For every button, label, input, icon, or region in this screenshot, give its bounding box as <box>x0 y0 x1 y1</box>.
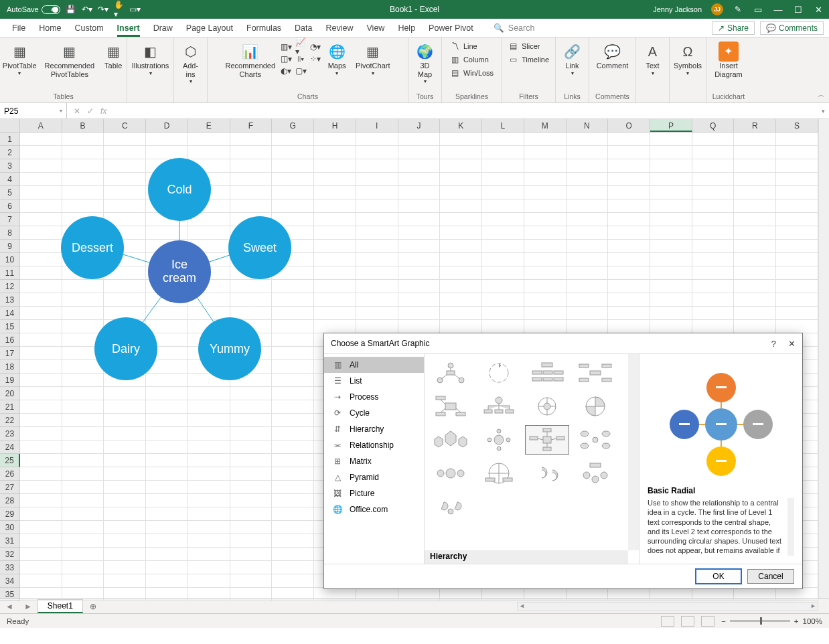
row-header[interactable]: 27 <box>0 481 20 494</box>
cell[interactable] <box>776 213 818 226</box>
row-header[interactable]: 2 <box>0 146 20 159</box>
row-header[interactable]: 25 <box>0 454 20 467</box>
cell[interactable] <box>734 240 776 253</box>
close-icon[interactable]: ✕ <box>813 5 824 15</box>
cell[interactable] <box>188 400 230 414</box>
cell[interactable] <box>104 494 146 507</box>
cell[interactable] <box>62 414 104 427</box>
cell[interactable] <box>650 240 692 253</box>
cell[interactable] <box>776 146 818 159</box>
cell[interactable] <box>356 253 398 266</box>
cell[interactable] <box>188 146 230 159</box>
cell[interactable] <box>734 186 776 199</box>
cell[interactable] <box>272 400 314 414</box>
cell[interactable] <box>356 280 398 293</box>
cell[interactable] <box>104 561 146 574</box>
tab-custom[interactable]: Custom <box>68 19 110 37</box>
cell[interactable] <box>524 280 567 293</box>
add-sheet-icon[interactable]: ⊕ <box>83 602 103 611</box>
cell[interactable] <box>314 266 356 280</box>
cell[interactable] <box>398 199 441 213</box>
row-header[interactable]: 28 <box>0 494 20 507</box>
cell[interactable] <box>146 467 188 481</box>
cell[interactable] <box>104 574 146 588</box>
cell[interactable] <box>272 521 314 534</box>
smartart-thumb[interactable] <box>573 459 617 488</box>
cell[interactable] <box>272 481 314 494</box>
category-pyramid[interactable]: △Pyramid <box>324 469 424 485</box>
cell[interactable] <box>314 280 356 293</box>
cell[interactable] <box>146 133 188 146</box>
cell[interactable] <box>608 159 650 173</box>
cell[interactable] <box>608 226 650 240</box>
cell[interactable] <box>188 588 230 601</box>
cell[interactable] <box>20 548 62 561</box>
help-icon[interactable]: ? <box>771 339 776 349</box>
cell[interactable] <box>314 293 356 307</box>
combo-chart-icon[interactable]: ◐▾ <box>281 66 291 76</box>
cell[interactable] <box>608 186 650 199</box>
ribbon-display-icon[interactable]: ▭ <box>753 5 763 15</box>
cell[interactable] <box>314 253 356 266</box>
cell[interactable] <box>567 280 609 293</box>
cell[interactable] <box>188 454 230 467</box>
cell[interactable] <box>608 199 650 213</box>
cell[interactable] <box>272 548 314 561</box>
cell[interactable] <box>734 253 776 266</box>
category-process[interactable]: ⇢Process <box>324 389 424 405</box>
cell[interactable] <box>482 280 524 293</box>
cell[interactable] <box>272 507 314 521</box>
cell[interactable] <box>104 133 146 146</box>
3dmap-button[interactable]: 🌍3D Map▾ <box>412 40 439 86</box>
ok-button[interactable]: OK <box>695 568 742 584</box>
cell[interactable] <box>482 133 524 146</box>
radial-node[interactable]: Dessert <box>61 216 124 279</box>
cell[interactable] <box>272 561 314 574</box>
cell[interactable] <box>314 307 356 320</box>
cell[interactable] <box>20 440 62 454</box>
cell[interactable] <box>650 146 692 159</box>
cell[interactable] <box>104 481 146 494</box>
category-all[interactable]: ▥All <box>324 357 424 373</box>
cell[interactable] <box>188 521 230 534</box>
cell[interactable] <box>272 534 314 548</box>
expand-formula-bar-icon[interactable]: ▾ <box>818 108 829 114</box>
cell[interactable] <box>356 199 398 213</box>
cell[interactable] <box>482 320 524 333</box>
page-break-view-icon[interactable] <box>701 616 714 627</box>
redo-icon[interactable]: ↷▾ <box>98 4 108 15</box>
cell[interactable] <box>356 588 398 601</box>
cell[interactable] <box>440 146 482 159</box>
cell[interactable] <box>398 159 441 173</box>
cell[interactable] <box>567 199 609 213</box>
cell[interactable] <box>188 414 230 427</box>
cell[interactable] <box>692 280 735 293</box>
radial-center[interactable]: Ice cream <box>148 240 211 303</box>
zoom-level[interactable]: 100% <box>803 617 822 625</box>
cell[interactable] <box>608 173 650 186</box>
sheet-nav-prev-icon[interactable]: ◄ <box>0 602 19 611</box>
cell[interactable] <box>440 266 482 280</box>
name-box[interactable]: P25▾ <box>0 103 67 118</box>
column-header[interactable]: I <box>356 119 398 132</box>
cell[interactable] <box>62 440 104 454</box>
cell[interactable] <box>440 173 482 186</box>
cell[interactable] <box>734 588 776 601</box>
cell[interactable] <box>524 173 567 186</box>
cell[interactable] <box>272 454 314 467</box>
cell[interactable] <box>230 454 273 467</box>
cell[interactable] <box>230 534 273 548</box>
cell[interactable] <box>734 320 776 333</box>
cell[interactable] <box>314 133 356 146</box>
cell[interactable] <box>398 266 441 280</box>
cell[interactable] <box>692 173 735 186</box>
cell[interactable] <box>440 588 482 601</box>
cell[interactable] <box>440 253 482 266</box>
cell[interactable] <box>230 574 273 588</box>
cell[interactable] <box>20 521 62 534</box>
cell[interactable] <box>524 146 567 159</box>
cell[interactable] <box>734 159 776 173</box>
cell[interactable] <box>104 534 146 548</box>
smartart-thumb[interactable] <box>429 358 473 388</box>
cell[interactable] <box>482 307 524 320</box>
